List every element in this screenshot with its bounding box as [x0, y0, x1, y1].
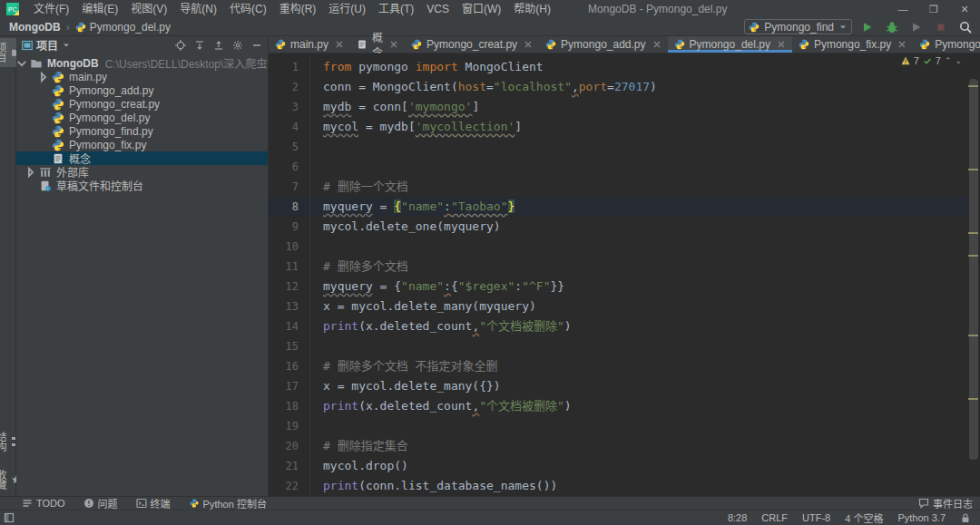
- line-number[interactable]: 21: [269, 456, 310, 476]
- code-editor[interactable]: 1from pymongo import MongoClient2conn = …: [269, 53, 980, 496]
- tab-close-icon[interactable]: [335, 40, 344, 49]
- expand-all-icon[interactable]: [194, 40, 205, 51]
- tab-close-icon[interactable]: [777, 40, 786, 49]
- line-number[interactable]: 19: [269, 416, 310, 436]
- breadcrumb-root[interactable]: MongoDB: [9, 21, 61, 34]
- python-interpreter[interactable]: Python 3.7: [897, 512, 946, 523]
- tree-item-外部库[interactable]: 外部库: [16, 165, 268, 179]
- line-number[interactable]: 2: [269, 77, 310, 97]
- editor-tab-Pymongo_del.py[interactable]: Pymongo_del.py: [668, 36, 792, 53]
- hide-panel-icon[interactable]: [251, 40, 262, 51]
- line-separator[interactable]: CRLF: [761, 512, 788, 523]
- tab-close-icon[interactable]: [652, 40, 662, 49]
- indent-style[interactable]: 4 个空格: [845, 510, 883, 525]
- scrollbar-warning-mark[interactable]: [968, 169, 978, 170]
- tree-item-草稿文件和控制台[interactable]: !草稿文件和控制台: [16, 179, 268, 192]
- line-number[interactable]: 14: [269, 316, 310, 336]
- line-number[interactable]: 7: [269, 177, 310, 197]
- line-number[interactable]: 9: [269, 217, 310, 237]
- code-line-11[interactable]: 11# 删除多个文档: [269, 257, 967, 277]
- maximize-button[interactable]: ❐: [918, 0, 949, 18]
- menu-item[interactable]: 代码(C): [223, 0, 273, 18]
- code-line-7[interactable]: 7# 删除一个文档: [269, 177, 967, 197]
- code-line-2[interactable]: 2conn = MongoClient(host="localhost",por…: [269, 77, 967, 97]
- code-line-18[interactable]: 18print(x.deleted_count,"个文档被删除"): [269, 396, 967, 416]
- tree-item-Pymongo_find.py[interactable]: Pymongo_find.py: [16, 124, 268, 138]
- profiler-button[interactable]: [907, 19, 926, 35]
- stop-button[interactable]: [932, 19, 950, 35]
- code-line-21[interactable]: 21mycol.drop(): [269, 456, 967, 476]
- tree-item-Pymongo_del.py[interactable]: Pymongo_del.py: [16, 111, 268, 124]
- menu-item[interactable]: 帮助(H): [507, 0, 557, 18]
- scrollbar-warning-mark[interactable]: [968, 335, 978, 336]
- line-number[interactable]: 18: [269, 396, 310, 416]
- tree-item-main.py[interactable]: main.py: [16, 70, 268, 83]
- next-problem-icon[interactable]: ⌄: [955, 56, 962, 65]
- editor-tab-概念[interactable]: 概念: [350, 36, 405, 53]
- collapse-all-icon[interactable]: [213, 40, 224, 51]
- editor-tab-Pymongo_find.py[interactable]: Pymongo_find.py: [913, 36, 980, 53]
- menu-item[interactable]: VCS: [420, 0, 456, 18]
- prev-problem-icon[interactable]: ⌃: [945, 56, 952, 65]
- tree-item-MongoDB[interactable]: MongoDBC:\Users\DELL\Desktop\深入爬虫\爬虫\Mon…: [16, 56, 268, 70]
- scrollbar-warning-mark[interactable]: [968, 232, 978, 234]
- tool-window-button-终端[interactable]: 终端: [136, 496, 171, 510]
- breadcrumb-file[interactable]: Pymongo_del.py: [75, 21, 171, 34]
- tool-window-button-TODO[interactable]: TODO: [22, 498, 65, 509]
- run-configuration-select[interactable]: Pymongo_find: [744, 19, 852, 34]
- line-number[interactable]: 13: [269, 297, 310, 316]
- code-line-20[interactable]: 20# 删除指定集合: [269, 436, 967, 456]
- chevron-down-icon[interactable]: [62, 41, 71, 50]
- scrollbar-warning-mark[interactable]: [968, 398, 978, 400]
- code-line-5[interactable]: 5: [269, 137, 967, 157]
- tree-expand-toggle[interactable]: [18, 57, 30, 70]
- gear-icon[interactable]: [232, 40, 243, 51]
- tree-item-概念[interactable]: 概念: [16, 151, 268, 165]
- locate-file-icon[interactable]: [175, 40, 186, 51]
- editor-tab-Pymongo_creat.py[interactable]: Pymongo_creat.py: [405, 36, 539, 53]
- line-number[interactable]: 10: [269, 237, 310, 257]
- code-line-19[interactable]: 19: [269, 416, 967, 436]
- code-line-12[interactable]: 12myquery = {"name":{"$regex":"^F"}}: [269, 277, 967, 297]
- tool-window-button-问题[interactable]: 问题: [83, 496, 118, 510]
- run-button[interactable]: [858, 19, 877, 35]
- code-line-3[interactable]: 3mydb = conn['mymongo']: [269, 97, 967, 117]
- tree-item-Pymongo_add.py[interactable]: Pymongo_add.py: [16, 83, 268, 97]
- line-number[interactable]: 20: [269, 436, 310, 456]
- inspections-widget[interactable]: 7 7 ⌃ ⌄: [901, 55, 962, 66]
- file-encoding[interactable]: UTF-8: [802, 512, 830, 523]
- tree-expand-toggle[interactable]: [27, 166, 39, 179]
- code-line-8[interactable]: 8myquery = {"name":"Taobao"}: [269, 197, 967, 217]
- scrollbar-warning-mark[interactable]: [968, 85, 978, 87]
- line-number[interactable]: 6: [269, 157, 310, 177]
- event-log-button[interactable]: 事件日志: [918, 496, 973, 510]
- line-number[interactable]: 5: [269, 137, 310, 157]
- code-line-9[interactable]: 9mycol.delete_one(myquery): [269, 217, 967, 237]
- search-everywhere-button[interactable]: [956, 19, 975, 35]
- tree-item-Pymongo_creat.py[interactable]: Pymongo_creat.py: [16, 97, 268, 111]
- menu-item[interactable]: 重构(R): [273, 0, 323, 18]
- line-number[interactable]: 17: [269, 376, 310, 396]
- line-number[interactable]: 1: [269, 57, 310, 77]
- code-line-10[interactable]: 10: [269, 237, 967, 257]
- code-line-13[interactable]: 13x = mycol.delete_many(myquery): [269, 297, 967, 316]
- code-line-14[interactable]: 14print(x.deleted_count,"个文档被删除"): [269, 316, 967, 336]
- tree-item-Pymongo_fix.py[interactable]: Pymongo_fix.py: [16, 138, 268, 151]
- editor-scrollbar[interactable]: [967, 53, 980, 496]
- lock-icon[interactable]: [960, 512, 971, 523]
- line-number[interactable]: 22: [269, 476, 310, 496]
- code-line-16[interactable]: 16# 删除多个文档 不指定对象全删: [269, 356, 967, 376]
- close-button[interactable]: ✕: [949, 0, 980, 18]
- code-line-17[interactable]: 17x = mycol.delete_many({}): [269, 376, 967, 396]
- tool-window-button-Python 控制台[interactable]: Python 控制台: [189, 496, 267, 510]
- code-line-6[interactable]: 6: [269, 157, 967, 177]
- line-number[interactable]: 11: [269, 257, 310, 277]
- code-line-4[interactable]: 4mycol = mydb['mycollection']: [269, 117, 967, 137]
- caret-position[interactable]: 8:28: [728, 512, 747, 523]
- editor-tab-main.py[interactable]: main.py: [269, 36, 350, 53]
- line-number[interactable]: 3: [269, 97, 310, 117]
- project-panel-title[interactable]: 项目: [36, 37, 58, 53]
- tool-window-switcher-icon[interactable]: [4, 512, 15, 523]
- line-number[interactable]: 4: [269, 117, 310, 137]
- code-line-15[interactable]: 15: [269, 336, 967, 356]
